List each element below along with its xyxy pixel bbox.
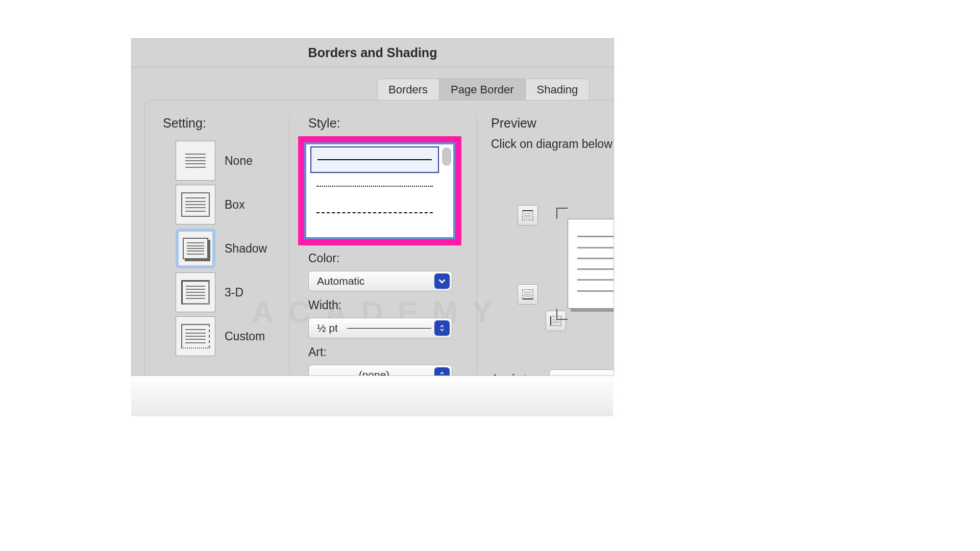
width-value: ½ pt <box>317 322 338 334</box>
reflection <box>131 375 613 416</box>
setting-custom-label: Custom <box>225 330 265 343</box>
setting-box[interactable] <box>176 185 215 224</box>
art-dropdown[interactable]: (none) <box>308 365 452 376</box>
art-value: (none) <box>359 369 390 376</box>
style-label: Style: <box>308 116 340 131</box>
chevron-down-icon <box>434 273 450 289</box>
preview-toggle-top[interactable] <box>518 205 538 226</box>
apply-to-dropdown[interactable]: Whole doc <box>549 369 614 376</box>
width-dropdown[interactable]: ½ pt <box>308 318 452 338</box>
style-item-dotted[interactable] <box>310 173 439 199</box>
setting-3d-label: 3-D <box>225 286 243 299</box>
stepper-icon <box>434 320 450 336</box>
style-item-solid[interactable] <box>310 146 439 173</box>
color-dropdown[interactable]: Automatic <box>308 271 452 291</box>
setting-label: Setting: <box>163 116 206 131</box>
width-sample-line <box>347 328 431 329</box>
dialog-panel: ACADEMY Setting: Style: Preview Click on… <box>144 100 614 375</box>
setting-none-label: None <box>225 154 253 168</box>
tab-borders[interactable]: Borders <box>377 79 439 101</box>
setting-shadow[interactable] <box>176 229 215 268</box>
setting-shadow-label: Shadow <box>225 242 267 256</box>
style-highlight <box>298 136 461 245</box>
tab-page-border[interactable]: Page Border <box>439 79 525 101</box>
divider-2 <box>477 116 477 376</box>
art-label: Art: <box>308 345 327 359</box>
style-listbox[interactable] <box>304 142 455 239</box>
style-scrollbar[interactable] <box>442 147 451 234</box>
dialog-title: Borders and Shading <box>132 39 614 67</box>
preview-toggle-bottom[interactable] <box>518 284 538 305</box>
tab-bar: Borders Page Border Shading <box>377 79 590 101</box>
setting-custom[interactable] <box>176 316 215 356</box>
width-label: Width: <box>308 298 341 312</box>
apply-to-value: Whole doc <box>558 373 608 376</box>
setting-box-label: Box <box>225 198 245 212</box>
preview-hint: Click on diagram below <box>491 137 612 151</box>
setting-none[interactable] <box>176 141 215 181</box>
stepper-icon <box>434 367 450 376</box>
preview-label: Preview <box>491 116 536 131</box>
color-label: Color: <box>308 252 339 265</box>
setting-3d[interactable] <box>176 272 215 312</box>
preview-diagram[interactable] <box>556 208 614 320</box>
divider-1 <box>289 116 290 376</box>
setting-list: None Box Shadow 3-D Custom <box>176 139 267 358</box>
tab-shading[interactable]: Shading <box>525 79 590 101</box>
dialog-borders-shading: Borders and Shading Borders Page Border … <box>131 38 614 376</box>
style-item-dashed[interactable] <box>310 199 439 226</box>
color-value: Automatic <box>317 275 364 287</box>
apply-to-label: Apply to: <box>491 372 537 376</box>
